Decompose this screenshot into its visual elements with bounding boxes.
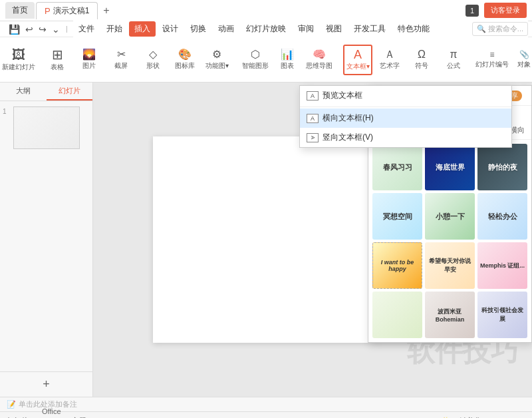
toolbar: 🖼 新建幻灯片 ⊞ 表格 🌄 图片 ✂ 截屏 ◇ 形状 🎨 图标库 ⚙ 功能图▾…	[0, 37, 532, 83]
add-slide-button[interactable]: +	[43, 377, 50, 391]
menu-review[interactable]: 审阅	[293, 21, 319, 37]
toolbar-function[interactable]: ⚙ 功能图▾	[202, 47, 231, 73]
menu-insert[interactable]: 插入	[129, 21, 156, 37]
toolbar-new-slide[interactable]: 🖼 新建幻灯片	[4, 45, 33, 75]
view-outline-icon[interactable]: ≡	[494, 416, 499, 419]
dropdown-divider-1	[300, 106, 511, 107]
view-present-icon[interactable]: ▶	[518, 416, 525, 419]
tab-slides[interactable]: 幻灯片	[47, 83, 93, 101]
slide-number: 1	[3, 108, 11, 115]
quick-access-bar: 💾 ↩ ↪ ⌄ | 文件 开始 插入 设计 切换 动画 幻灯片放映 审阅 视图 …	[0, 21, 532, 37]
horizontal-textbox-icon: A	[307, 114, 319, 123]
tab-active-document[interactable]: P 演示文稿1	[36, 2, 98, 19]
slide-list: 1	[0, 101, 92, 371]
template-label-ocean: 海底世界	[434, 161, 466, 174]
screenshot-icon: ✂	[117, 49, 126, 60]
formula-icon: π	[450, 49, 457, 60]
add-tab-button[interactable]: +	[98, 2, 114, 19]
object-icon: 📎	[519, 51, 529, 59]
function-icon: ⚙	[212, 49, 221, 60]
toolbar-iconlib[interactable]: 🎨 图标库	[170, 47, 200, 73]
template-label-bamboo	[396, 314, 399, 316]
template-item-plant[interactable]: 小憩一下	[425, 193, 475, 240]
template-item-meditate[interactable]: 冥想空间	[372, 193, 422, 240]
menu-animation[interactable]: 动画	[213, 21, 239, 37]
toolbar-slidenum[interactable]: ≡ 幻灯片编号	[477, 48, 507, 72]
template-label-night: 静怡的夜	[487, 161, 519, 174]
toolbar-shape[interactable]: ◇ 形状	[138, 47, 168, 73]
template-label-meditate: 冥想空间	[382, 210, 414, 223]
toolbar-smartshape[interactable]: ⬡ 智能图形	[241, 47, 270, 73]
template-label-morning: 希望每天对你说早安	[425, 256, 475, 276]
menu-slideshow[interactable]: 幻灯片放映	[241, 21, 291, 37]
template-item-memphis[interactable]: Memphis 证组...	[477, 242, 527, 289]
toolbar-table[interactable]: ⊞ 表格	[43, 45, 72, 75]
horizontal-textbox-item[interactable]: A 横向文本框(H)	[300, 108, 511, 128]
template-label-spring: 春风习习	[382, 161, 414, 174]
template-item-tech[interactable]: 科技引领社会发展	[477, 292, 527, 338]
menu-design[interactable]: 设计	[157, 21, 184, 37]
smartshape-icon: ⬡	[251, 49, 260, 60]
template-label-tech: 科技引领社会发展	[477, 305, 527, 325]
mindmap-icon: 🧠	[313, 49, 326, 60]
menu-devtools[interactable]: 开发工具	[348, 21, 391, 37]
quick-access-more[interactable]: ⌄	[50, 23, 62, 36]
template-item-night[interactable]: 静怡的夜	[477, 144, 527, 190]
template-item-spring[interactable]: 春风习习	[372, 144, 422, 190]
vertical-textbox-item[interactable]: A 竖向文本框(V)	[300, 128, 511, 147]
redo-button[interactable]: ↪	[37, 23, 49, 36]
template-item-office[interactable]: 轻松办公	[477, 193, 527, 240]
search-icon: 🔍	[477, 25, 486, 33]
template-item-bohemian[interactable]: 波西米亚Bohemian	[425, 292, 475, 338]
preview-textbox-label: 预览文本框	[323, 90, 362, 101]
menu-transition[interactable]: 切换	[185, 21, 211, 37]
template-label-plant: 小憩一下	[434, 210, 466, 223]
textbox-icon: A	[354, 49, 362, 61]
template-item-ocean[interactable]: 海底世界	[425, 144, 475, 190]
arttext-icon: Ａ	[384, 49, 395, 60]
tab-outline[interactable]: 大纲	[0, 83, 47, 101]
menu-special[interactable]: 特色功能	[392, 21, 435, 37]
template-item-morning[interactable]: 希望每天对你说早安	[425, 242, 475, 289]
template-label-bohemian: 波西米亚Bohemian	[434, 306, 466, 324]
toolbar-chart[interactable]: 📊 图表	[273, 47, 302, 73]
status-right: ✨ 一键美化 | ≡ ⊞ ▶	[441, 416, 525, 419]
new-slide-icon: 🖼	[12, 48, 25, 61]
toolbar-arttext[interactable]: Ａ 艺术字	[375, 47, 404, 73]
toolbar-screenshot[interactable]: ✂ 截屏	[106, 47, 136, 73]
image-icon: 🌄	[82, 49, 96, 60]
table-icon: ⊞	[52, 48, 63, 61]
search-box[interactable]: 🔍 搜索命令...	[472, 22, 528, 36]
symbol-icon: Ω	[418, 49, 426, 60]
template-item-bamboo[interactable]	[372, 292, 422, 338]
menu-home[interactable]: 开始	[101, 21, 128, 37]
save-button[interactable]: 💾	[7, 23, 22, 36]
toolbar-object[interactable]: 📎 对象	[509, 48, 532, 72]
toolbar-mindmap[interactable]: 🧠 思维导图	[305, 47, 334, 73]
view-grid-icon[interactable]: ⊞	[505, 416, 513, 419]
preview-textbox-icon: A	[307, 91, 319, 101]
title-bar: 首页 P 演示文稿1 + 1 访客登录	[0, 0, 532, 21]
textbox-dropdown: A 预览文本框 A 横向文本框(H) A 竖向文本框(V)	[299, 85, 512, 148]
toolbar-image[interactable]: 🌄 图片	[74, 47, 104, 73]
template-item-happy[interactable]: I want to be happy	[372, 242, 422, 289]
view-toggle-label: 横向	[510, 125, 525, 135]
slide-item-1[interactable]: 1	[3, 106, 90, 149]
toolbar-formula[interactable]: π 公式	[439, 47, 468, 73]
toolbar-symbol[interactable]: Ω 符号	[407, 47, 436, 73]
menu-file[interactable]: 文件	[73, 21, 100, 37]
quick-access-group: 💾 ↩ ↪ ⌄ |	[4, 23, 73, 36]
undo-button[interactable]: ↩	[23, 23, 35, 36]
template-grid: 春风习习 海底世界 静怡的夜 冥想空间 小憩一下 轻松办公 I want to …	[368, 140, 531, 342]
template-label-office: 轻松办公	[487, 210, 519, 223]
template-label-memphis: Memphis 证组...	[479, 260, 526, 272]
note-bar[interactable]: 📝 单击此处添加备注	[0, 397, 532, 411]
add-slide-area: +	[0, 371, 92, 397]
login-button[interactable]: 访客登录	[484, 3, 527, 18]
title-right-area: 1 访客登录	[466, 3, 527, 18]
tab-home[interactable]: 首页	[5, 2, 35, 19]
menu-bar: 文件 开始 插入 设计 切换 动画 幻灯片放映 审阅 视图 开发工具 特色功能 …	[73, 20, 528, 39]
menu-view[interactable]: 视图	[321, 21, 347, 37]
toolbar-textbox[interactable]: A 文本框▾	[343, 45, 372, 75]
panel-tabs: 大纲 幻灯片	[0, 83, 92, 101]
